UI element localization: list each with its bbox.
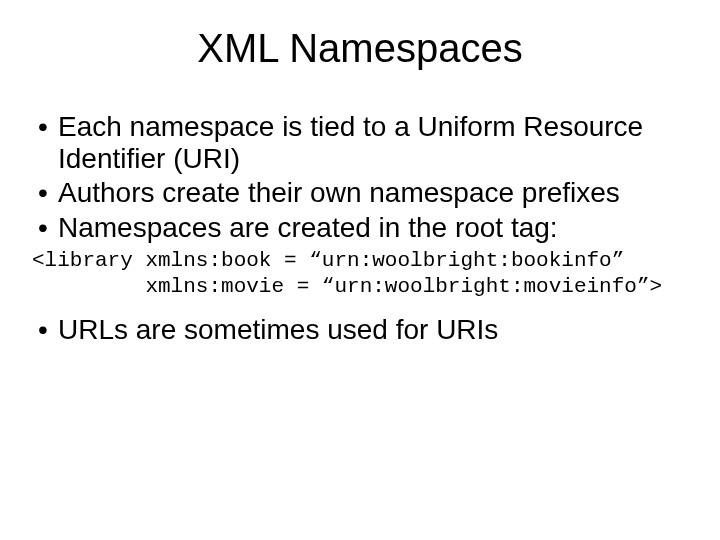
- slide-title: XML Namespaces: [30, 26, 690, 71]
- bullet-list-top: Each namespace is tied to a Uniform Reso…: [30, 111, 690, 244]
- slide: XML Namespaces Each namespace is tied to…: [0, 0, 720, 540]
- code-block: <library xmlns:book = “urn:woolbright:bo…: [32, 248, 690, 301]
- bullet-list-bottom: URLs are sometimes used for URIs: [30, 314, 690, 346]
- list-item: URLs are sometimes used for URIs: [30, 314, 690, 346]
- list-item: Authors create their own namespace prefi…: [30, 177, 690, 209]
- list-item: Each namespace is tied to a Uniform Reso…: [30, 111, 690, 175]
- list-item: Namespaces are created in the root tag:: [30, 212, 690, 244]
